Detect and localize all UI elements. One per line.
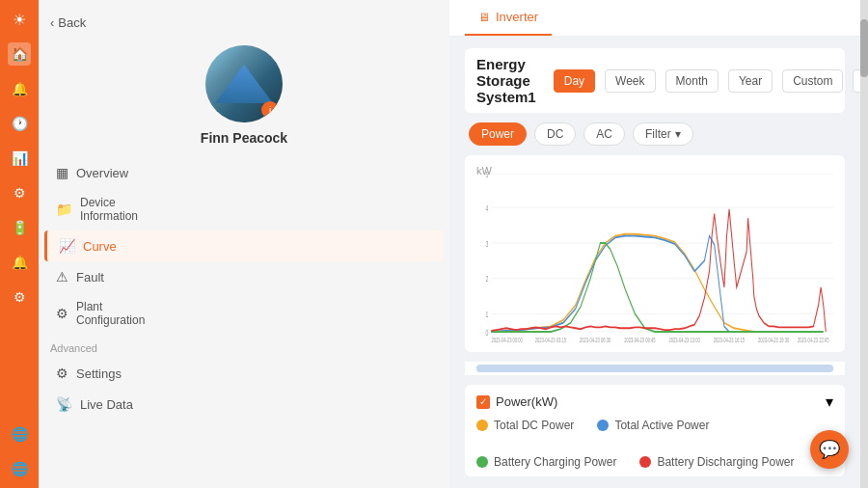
icon-strip: ☀ 🏠 🔔 🕐 📊 ⚙ 🔋 🔔 ⚙ 🌐 🌐 — [0, 0, 39, 488]
legend-active-power: Total Active Power — [597, 419, 709, 432]
active-power-line — [491, 236, 744, 332]
device-info-icon: 📁 — [56, 202, 72, 217]
live-data-icon: 📡 — [56, 396, 72, 412]
dc-power-dot — [476, 420, 488, 431]
chart-wrapper: kW 5 4 3 2 1 0 2023- — [476, 165, 833, 342]
nav-live-data-label: Live Data — [80, 397, 133, 412]
period-day-btn[interactable]: Day — [554, 69, 595, 93]
prev-date-btn[interactable]: ‹ — [853, 69, 860, 93]
nav-overview-label: Overview — [76, 166, 128, 180]
legend-discharging-power: Battery Discharging Power — [639, 455, 794, 469]
filter-chevron-icon: ▾ — [675, 127, 681, 141]
nav-settings-label: Settings — [76, 366, 122, 381]
svg-text:2023-04-23 06:30: 2023-04-23 06:30 — [580, 337, 611, 342]
chart-svg: 5 4 3 2 1 0 2023-04-23 00:00 2023-04-23 … — [476, 165, 833, 342]
nav-fault[interactable]: ⚠ Fault — [44, 261, 444, 292]
legend-dc-power: Total DC Power — [476, 419, 574, 432]
dc-power-label: Total DC Power — [494, 419, 574, 432]
filter-ac-btn[interactable]: AC — [583, 122, 625, 146]
svg-text:2023-04-23 22:45: 2023-04-23 22:45 — [798, 337, 829, 342]
svg-text:2: 2 — [485, 274, 488, 285]
scrollbar-thumb[interactable] — [476, 365, 833, 372]
page-scrollbar-thumb[interactable] — [860, 19, 868, 77]
charging-power-line — [491, 243, 823, 332]
battery-icon[interactable]: 🔋 — [8, 216, 31, 239]
discharging-power-dot — [639, 456, 651, 468]
nav-live-data[interactable]: 📡 Live Data — [44, 389, 444, 420]
charging-power-label: Battery Charging Power — [494, 455, 616, 469]
y-axis-label: kW — [476, 165, 492, 176]
settings-icon-strip[interactable]: ⚙ — [8, 285, 31, 309]
svg-text:2023-04-23 09:45: 2023-04-23 09:45 — [624, 337, 656, 342]
svg-text:4: 4 — [485, 203, 488, 213]
page-scrollbar[interactable] — [860, 0, 868, 488]
settings-icon: ⚙ — [56, 366, 68, 381]
filter-label: Filter — [645, 127, 671, 141]
fab-icon: 💬 — [819, 439, 840, 460]
filter-dropdown[interactable]: Filter ▾ — [633, 122, 693, 146]
legend-title: ✓ Power(kW) — [476, 394, 557, 409]
period-week-btn[interactable]: Week — [605, 69, 655, 93]
home-icon[interactable]: 🏠 — [8, 42, 31, 66]
discharging-power-label: Battery Discharging Power — [657, 455, 794, 469]
legend-title-text: Power(kW) — [496, 394, 557, 409]
nav-plant-config[interactable]: ⚙ PlantConfiguration — [44, 292, 444, 335]
charging-power-dot — [476, 456, 488, 468]
legend-checkbox[interactable]: ✓ — [476, 395, 490, 409]
nav-settings[interactable]: ⚙ Settings — [44, 358, 444, 389]
fault-icon: ⚠ — [56, 269, 68, 285]
content-area: Energy Storage System1 Day Week Month Ye… — [449, 37, 860, 488]
filter-dc-btn[interactable]: DC — [534, 122, 576, 146]
tab-inverter-label: Inverter — [496, 10, 538, 24]
fab-button[interactable]: 💬 — [810, 430, 849, 469]
svg-text:2023-04-23 13:00: 2023-04-23 13:00 — [668, 337, 700, 342]
nav-device-label: DeviceInformation — [80, 196, 138, 223]
active-power-label: Total Active Power — [614, 419, 709, 432]
nav-fault-label: Fault — [76, 270, 104, 285]
sun-icon[interactable]: ☀ — [8, 8, 31, 31]
bell-icon[interactable]: 🔔 — [8, 251, 31, 274]
filter-row: Power DC AC Filter ▾ — [465, 122, 845, 146]
header-row: Energy Storage System1 Day Week Month Ye… — [465, 48, 845, 113]
active-power-dot — [597, 420, 609, 431]
chart-icon[interactable]: 📊 — [8, 147, 31, 170]
sidebar: ‹ Back i Finn Peacock ▦ Overview 📁 Devic… — [39, 0, 449, 488]
system-title: Energy Storage System1 — [476, 56, 536, 105]
discharging-power-line — [491, 209, 826, 332]
clock-icon[interactable]: 🕐 — [8, 112, 31, 135]
back-chevron-icon: ‹ — [50, 15, 54, 30]
advanced-label: Advanced — [39, 335, 449, 358]
nav-device-info[interactable]: 📁 DeviceInformation — [44, 188, 444, 230]
nav-plant-label: PlantConfiguration — [76, 300, 145, 327]
period-custom-btn[interactable]: Custom — [782, 69, 843, 93]
globe2-icon[interactable]: 🌐 — [8, 457, 31, 480]
filter-power-btn[interactable]: Power — [469, 122, 527, 146]
svg-text:2023-04-23 16:15: 2023-04-23 16:15 — [714, 337, 746, 342]
svg-text:2023-04-23 03:15: 2023-04-23 03:15 — [535, 337, 567, 342]
back-button[interactable]: ‹ Back — [39, 8, 449, 38]
curve-icon: 📈 — [59, 238, 75, 254]
alert-icon[interactable]: 🔔 — [8, 77, 31, 100]
nav-overview[interactable]: ▦ Overview — [44, 157, 444, 188]
avatar-badge: i — [261, 101, 279, 119]
main-content: 🖥 Inverter Energy Storage System1 Day We… — [449, 0, 860, 488]
plant-icon: ⚙ — [56, 306, 68, 321]
nav-curve[interactable]: 📈 Curve — [44, 230, 444, 261]
gear-icon-strip[interactable]: ⚙ — [8, 181, 31, 204]
scrollbar-track[interactable] — [476, 365, 833, 372]
period-year-btn[interactable]: Year — [728, 69, 773, 93]
legend-collapse-icon[interactable]: ▾ — [826, 393, 833, 411]
legend-header[interactable]: ✓ Power(kW) ▾ — [476, 393, 833, 411]
tab-inverter[interactable]: 🖥 Inverter — [465, 0, 552, 36]
inverter-tab-icon: 🖥 — [478, 11, 490, 24]
svg-text:2023-04-23 00:00: 2023-04-23 00:00 — [491, 337, 523, 342]
back-label: Back — [58, 15, 86, 30]
period-month-btn[interactable]: Month — [665, 69, 719, 93]
chart-scrollbar[interactable] — [465, 362, 845, 375]
svg-text:1: 1 — [485, 310, 488, 320]
globe-icon[interactable]: 🌐 — [8, 422, 31, 446]
legend-charging-power: Battery Charging Power — [476, 455, 616, 469]
tab-bar: 🖥 Inverter — [449, 0, 860, 37]
svg-text:0: 0 — [485, 327, 488, 338]
chart-card: kW 5 4 3 2 1 0 2023- — [465, 155, 845, 352]
